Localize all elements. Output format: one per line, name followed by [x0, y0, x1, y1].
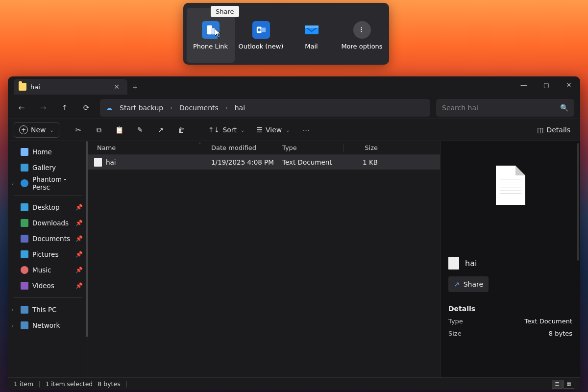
breadcrumb[interactable]: ☁ Start backup › Documents › hai — [100, 99, 430, 117]
column-header-modified[interactable]: Date modified — [211, 144, 282, 151]
preview-filename: hai — [465, 259, 477, 268]
cloud-icon: ☁ — [106, 104, 113, 112]
delete-button[interactable]: 🗑 — [173, 122, 190, 138]
more-button[interactable]: ⋯ — [298, 122, 315, 138]
refresh-button[interactable]: ⟳ — [78, 100, 94, 116]
sort-button[interactable]: ↑↓Sort⌄ — [204, 122, 249, 138]
preview-share-button[interactable]: ↗Share — [448, 276, 489, 292]
share-option-label: Mail — [305, 43, 318, 50]
details-heading: Details — [448, 305, 572, 313]
share-button[interactable]: ↗ — [152, 122, 169, 138]
downloads-icon — [21, 219, 28, 227]
view-list-button[interactable]: ☰ — [552, 380, 563, 389]
sidebar-item-gallery[interactable]: Gallery — [9, 160, 87, 175]
view-button[interactable]: ☰View⌄ — [253, 122, 294, 138]
status-selection: 1 item selected — [45, 380, 93, 388]
details-pane: hai ↗Share Details TypeText Document Siz… — [440, 141, 580, 377]
chevron-right-icon[interactable]: › — [12, 323, 14, 328]
detail-row-type: TypeText Document — [448, 318, 572, 325]
share-option-label: More options — [341, 43, 382, 50]
window-tab[interactable]: hai ✕ — [14, 79, 127, 95]
search-icon: 🔍 — [560, 104, 568, 112]
close-button[interactable]: ✕ — [558, 76, 580, 93]
pin-icon: 📌 — [75, 204, 83, 211]
minimize-button[interactable]: ― — [513, 76, 535, 93]
pc-icon — [21, 306, 28, 314]
back-button[interactable]: ← — [14, 100, 29, 116]
forward-button[interactable]: → — [35, 100, 51, 116]
music-icon — [21, 266, 28, 274]
details-pane-button[interactable]: ◫Details — [533, 122, 574, 138]
chevron-right-icon[interactable]: › — [12, 181, 14, 186]
tab-title: hai — [30, 83, 40, 91]
view-grid-button[interactable]: ▦ — [564, 380, 574, 389]
detail-row-size: Size8 bytes — [448, 330, 572, 337]
file-explorer-window: hai ✕ ＋ ― ▢ ✕ ← → ↑ ⟳ ☁ Start backup › D… — [8, 76, 580, 390]
maximize-button[interactable]: ▢ — [535, 76, 558, 93]
file-row[interactable]: hai 1/19/2025 4:08 PM Text Document 1 KB — [88, 155, 440, 170]
search-input[interactable]: Search hai 🔍 — [436, 99, 574, 117]
folder-icon — [19, 83, 26, 91]
column-headers: Name˄ Date modified Type Size — [88, 141, 440, 155]
breadcrumb-segment[interactable]: hai — [235, 104, 245, 112]
cut-button[interactable]: ✂ — [70, 122, 87, 138]
share-option-mail[interactable]: Mail — [288, 8, 336, 63]
chevron-right-icon: › — [225, 104, 228, 111]
search-placeholder: Search hai — [442, 104, 478, 112]
svg-point-3 — [257, 28, 260, 31]
home-icon — [21, 148, 28, 156]
network-icon — [21, 321, 28, 329]
share-tooltip: Share — [211, 6, 239, 17]
preview-scrollbar[interactable] — [577, 143, 579, 261]
text-file-icon — [448, 257, 459, 270]
status-item-count: 1 item — [14, 380, 33, 388]
new-button[interactable]: +New⌄ — [14, 122, 59, 138]
share-popup: Share Phone Link Outlook (new) Mail ⋮ Mo… — [183, 3, 389, 65]
breadcrumb-action[interactable]: Start backup — [120, 104, 163, 112]
sidebar-item-desktop[interactable]: Desktop📌 — [9, 199, 87, 215]
sidebar-item-home[interactable]: Home — [9, 144, 87, 160]
sidebar-item-network[interactable]: ›Network — [9, 318, 87, 333]
share-option-more[interactable]: ⋮ More options — [338, 8, 386, 63]
address-bar-row: ← → ↑ ⟳ ☁ Start backup › Documents › hai… — [8, 97, 580, 119]
sort-asc-icon: ˄ — [199, 142, 201, 147]
up-button[interactable]: ↑ — [57, 100, 73, 116]
rename-button[interactable]: ✎ — [132, 122, 148, 138]
paste-button[interactable]: 📋 — [111, 122, 128, 138]
tab-close-button[interactable]: ✕ — [112, 83, 122, 91]
title-bar: hai ✕ ＋ ― ▢ ✕ — [8, 76, 580, 97]
file-name: hai — [106, 158, 116, 166]
more-icon: ⋮ — [353, 21, 371, 39]
sidebar-item-music[interactable]: Music📌 — [9, 262, 87, 278]
sidebar-item-documents[interactable]: Documents📌 — [9, 231, 87, 246]
svg-rect-4 — [261, 27, 266, 32]
sidebar-item-this-pc[interactable]: ›This PC — [9, 302, 87, 318]
file-size: 1 KB — [343, 158, 378, 166]
column-header-type[interactable]: Type — [282, 144, 343, 151]
mail-icon — [303, 21, 320, 39]
sidebar-item-onedrive[interactable]: ›Phantom - Persc — [9, 175, 87, 191]
column-header-name[interactable]: Name˄ — [88, 144, 211, 151]
file-modified: 1/19/2025 4:08 PM — [211, 158, 282, 166]
sidebar-divider — [14, 297, 82, 298]
column-header-size[interactable]: Size — [343, 144, 378, 151]
new-tab-button[interactable]: ＋ — [127, 81, 142, 93]
sidebar-item-downloads[interactable]: Downloads📌 — [9, 215, 87, 231]
pin-icon: 📌 — [75, 267, 83, 273]
documents-icon — [21, 235, 28, 243]
sidebar-item-videos[interactable]: Videos📌 — [9, 278, 87, 294]
file-type: Text Document — [282, 158, 343, 166]
share-option-label: Phone Link — [193, 43, 228, 50]
pin-icon: 📌 — [75, 282, 83, 289]
copy-button[interactable]: ⧉ — [91, 122, 107, 138]
sidebar-item-pictures[interactable]: Pictures📌 — [9, 246, 87, 262]
share-option-outlook[interactable]: Outlook (new) — [237, 8, 285, 63]
cloud-icon — [21, 179, 28, 187]
status-bar: 1 item| 1 item selected 8 bytes| ☰ ▦ — [8, 377, 580, 390]
navigation-pane: Home Gallery ›Phantom - Persc Desktop📌 D… — [8, 141, 88, 377]
chevron-right-icon[interactable]: › — [12, 307, 14, 313]
chevron-right-icon: › — [170, 104, 172, 111]
svg-rect-6 — [305, 25, 318, 28]
desktop-icon — [21, 203, 28, 211]
breadcrumb-segment[interactable]: Documents — [179, 104, 219, 112]
